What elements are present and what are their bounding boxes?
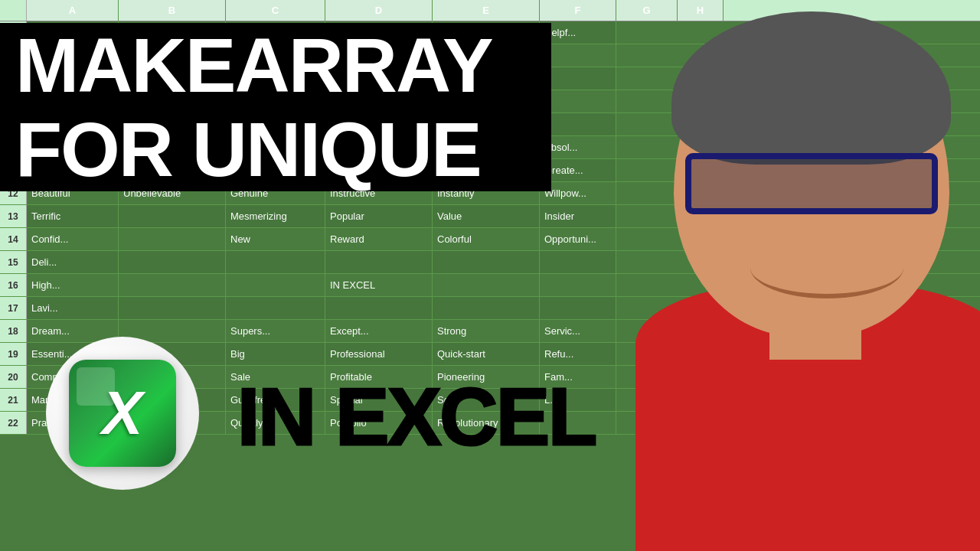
- table-row: 11MagicDeliveredSimplisticTestedImproved…: [0, 159, 980, 182]
- cell-15-c: [226, 251, 325, 273]
- cell-8-b: [119, 90, 226, 112]
- cell-9-d: [325, 113, 433, 135]
- table-row: 22PracticalFocusQuicklyPortfolioRevoluti…: [0, 412, 980, 435]
- row-number: 11: [0, 159, 27, 181]
- table-row: 14Confid...NewRewardColorfulOpportuni...: [0, 228, 980, 251]
- cell-14-c: New: [226, 228, 325, 250]
- row-number: 16: [0, 274, 27, 296]
- cell-6-f: [540, 44, 616, 67]
- cell-19-d: Professional: [325, 343, 433, 365]
- row-number: 9: [0, 113, 27, 135]
- cell-9-a: [27, 113, 119, 135]
- cell-21-f: L...: [540, 389, 616, 411]
- cell-9-f: [540, 113, 616, 135]
- cell-13-a: Terrific: [27, 205, 119, 227]
- cell-19-c: Big: [226, 343, 325, 365]
- row-number: 22: [0, 412, 27, 434]
- cell-16-e: [433, 274, 540, 296]
- cell-21-a: Mammorth: [27, 389, 119, 411]
- row-number: 5: [0, 21, 27, 44]
- row-number: 14: [0, 228, 27, 250]
- cell-7-f: [540, 67, 616, 90]
- cell-5-c: Unparalleled: [226, 21, 325, 44]
- col-header-h: H: [678, 0, 724, 21]
- row-number: 21: [0, 389, 27, 411]
- cell-7-a: [27, 67, 119, 90]
- cell-9-b: [119, 113, 226, 135]
- row-number: 6: [0, 44, 27, 67]
- cell-8-c: [226, 90, 325, 112]
- cell-11-c: Simplistic: [226, 159, 325, 181]
- cell-22-d: Portfolio: [325, 412, 433, 434]
- cell-14-d: Reward: [325, 228, 433, 250]
- row-number: 10: [0, 136, 27, 158]
- cell-7-d: [325, 67, 433, 90]
- cell-22-e: Revolutionary: [433, 412, 540, 434]
- cell-6-e: [433, 44, 540, 67]
- cell-17-f: [540, 297, 616, 319]
- cell-12-a: Beautiful: [27, 182, 119, 204]
- table-row: 10ColossalTimelySimplifiedPowerfulGenius…: [0, 136, 980, 159]
- cell-15-e: [433, 251, 540, 273]
- cell-10-d: Powerful: [325, 136, 433, 158]
- cell-16-c: [226, 274, 325, 296]
- table-row: 5ExpertMonumentalUnparalleledReliableFas…: [0, 21, 980, 44]
- cell-18-d: Except...: [325, 320, 433, 342]
- cell-10-f: Absol...: [540, 136, 616, 158]
- cell-12-d: Instructive: [325, 182, 433, 204]
- table-row: 8: [0, 90, 980, 113]
- cell-20-d: Profitable: [325, 366, 433, 388]
- cell-10-c: Simplified: [226, 136, 325, 158]
- cell-15-d: [325, 251, 433, 273]
- cell-19-f: Refu...: [540, 343, 616, 365]
- cell-21-c: Guilt-free: [226, 389, 325, 411]
- cell-21-d: Special: [325, 389, 433, 411]
- cell-16-a: High...: [27, 274, 119, 296]
- cell-14-a: Confid...: [27, 228, 119, 250]
- cell-10-b: Timely: [119, 136, 226, 158]
- cell-17-e: [433, 297, 540, 319]
- cell-18-a: Dream...: [27, 320, 119, 342]
- cell-12-e: Instantly: [433, 182, 540, 204]
- corner-cell: [0, 0, 27, 21]
- row-number: 7: [0, 67, 27, 90]
- table-row: 7: [0, 67, 980, 90]
- cell-12-b: Unbelievable: [119, 182, 226, 204]
- cell-5-f: Helpf...: [540, 21, 616, 44]
- row-number: 13: [0, 205, 27, 227]
- cell-17-c: [226, 297, 325, 319]
- cell-8-d: [325, 90, 433, 112]
- row-number: 19: [0, 343, 27, 365]
- table-row: 9: [0, 113, 980, 136]
- cell-11-d: Tested: [325, 159, 433, 181]
- table-row: 20Complete...itedSaleProfitablePioneerin…: [0, 366, 980, 389]
- table-row: 19Essenti...BigProfessionalQuick-startRe…: [0, 343, 980, 366]
- cell-5-e: Fascinating: [433, 21, 540, 44]
- column-headers: A B C D E F G H: [0, 0, 980, 21]
- cell-16-f: [540, 274, 616, 296]
- cell-21-e: Soar: [433, 389, 540, 411]
- row-number: 15: [0, 251, 27, 273]
- cell-8-f: [540, 90, 616, 112]
- cell-8-a: [27, 90, 119, 112]
- cell-9-e: [433, 113, 540, 135]
- cell-14-b: [119, 228, 226, 250]
- cell-11-e: Improved: [433, 159, 540, 181]
- cell-12-f: Willpow...: [540, 182, 616, 204]
- cell-7-b: [119, 67, 226, 90]
- col-header-e: E: [433, 0, 540, 21]
- cell-15-b: [119, 251, 226, 273]
- cell-7-c: [226, 67, 325, 90]
- cell-18-f: Servic...: [540, 320, 616, 342]
- cell-7-e: [433, 67, 540, 90]
- cell-17-a: Lavi...: [27, 297, 119, 319]
- cell-16-b: [119, 274, 226, 296]
- cell-20-a: Complete: [27, 366, 119, 388]
- table-row: 17Lavi...: [0, 297, 980, 320]
- cell-6-b: [119, 44, 226, 67]
- table-row: 12BeautifulUnbelievableGenuineInstructiv…: [0, 182, 980, 205]
- spreadsheet-grid: 5ExpertMonumentalUnparalleledReliableFas…: [0, 21, 980, 551]
- cell-5-d: Reliable: [325, 21, 433, 44]
- cell-18-c: Supers...: [226, 320, 325, 342]
- row-number: 8: [0, 90, 27, 112]
